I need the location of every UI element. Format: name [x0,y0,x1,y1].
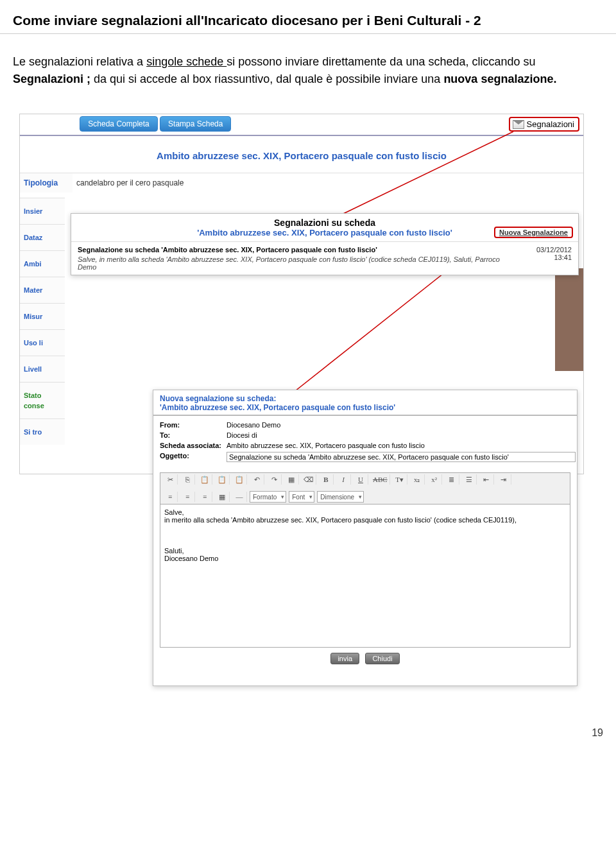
unordered-list-icon[interactable]: ☰ [462,474,477,485]
outdent-icon[interactable]: ⇤ [479,474,494,485]
field-tipologia: Tipologia candelabro per il cero pasqual… [20,173,583,193]
hr-icon[interactable]: — [232,492,247,502]
popup2-header: Nuova segnalazione su scheda: 'Ambito ab… [153,390,577,416]
from-value: Diocesano Demo [227,421,570,429]
cut-icon[interactable]: ✂ [163,474,178,485]
scheda-title: Ambito abruzzese sec. XIX, Portacero pas… [20,136,583,173]
thumbnail-image [555,268,583,371]
text: si possono inviare direttamente da una s… [227,55,535,68]
align-left-icon[interactable]: ≡ [163,492,178,502]
side-label: Mater [20,277,65,303]
popup2-fields: From:Diocesano Demo To:Diocesi di Scheda… [153,416,577,470]
align-justify-icon[interactable]: ▦ [215,492,230,502]
nuova-segnalazione-popup: Nuova segnalazione su scheda: 'Ambito ab… [153,390,578,686]
oggetto-label: Oggetto: [160,452,227,462]
nuova-segnalazione-button[interactable]: Nuova Segnalazione [494,227,573,238]
popup2-header-line1: Nuova segnalazione su scheda: [160,394,570,403]
page-number: 19 [592,727,603,739]
stampa-scheda-button[interactable]: Stampa Scheda [160,116,231,132]
undo-icon[interactable]: ↶ [250,474,264,485]
ordered-list-icon[interactable]: ≣ [445,474,459,485]
text: da qui si accede al box riassuntivo, dal… [94,73,443,85]
side-label: Insier [20,198,65,224]
popup2-footer: invia Chiudi [153,648,577,669]
text-bold: Segnalazioni ; [13,73,94,85]
message-body-input[interactable]: Salve, in merito alla scheda 'Ambito abr… [160,504,570,648]
segnalazioni-button[interactable]: Segnalazioni [509,117,579,132]
copy-icon[interactable]: ⎘ [180,474,195,485]
to-value: Diocesi di [227,431,570,439]
side-labels: Insier Dataz Ambi Mater Misur Uso li Liv… [20,198,65,445]
segnalazioni-label: Segnalazioni [527,119,574,129]
side-label: Uso li [20,329,65,356]
from-label: From: [160,421,227,429]
dimensione-select[interactable]: Dimensione [317,491,364,503]
mail-icon [513,120,524,129]
italic-icon[interactable]: I [336,474,351,485]
font-select[interactable]: Font [289,491,314,503]
popup-subtitle-text: 'Ambito abruzzese sec. XIX, Portacero pa… [197,228,452,237]
superscript-icon[interactable]: x² [427,474,442,485]
scheda-associata-value: Ambito abruzzese sec. XIX, Portacero pas… [227,442,570,449]
textcolor-icon[interactable]: T▾ [393,474,407,485]
time: 13:41 [520,254,572,261]
page-title: Come inviare segnalazioni all'Incaricato… [0,0,616,34]
chiudi-button[interactable]: Chiudi [365,653,399,664]
screenshot-composite: Scheda Completa Stampa Scheda Segnalazio… [19,114,584,691]
scheda-toolbar: Scheda Completa Stampa Scheda Segnalazio… [20,114,583,136]
side-label: Livell [20,356,65,382]
paste-text-icon[interactable]: 📋 [215,474,230,485]
text-bold: nuova segnalazione. [443,73,556,85]
align-center-icon[interactable]: ≡ [180,492,195,502]
side-label: conse [20,402,65,418]
oggetto-input[interactable] [227,452,576,462]
subscript-icon[interactable]: x₂ [410,474,425,485]
popup-subtitle: 'Ambito abruzzese sec. XIX, Portacero pa… [71,228,578,241]
side-label: Ambi [20,250,65,277]
side-label: Si tro [20,418,65,445]
segnalazione-subject: Segnalazione su scheda 'Ambito abruzzese… [78,246,513,271]
paste-icon[interactable]: 📋 [198,474,212,485]
scheda-completa-button[interactable]: Scheda Completa [80,116,157,132]
subject-bold: Segnalazione su scheda 'Ambito abruzzese… [78,246,513,254]
subject-preview: Salve, in merito alla scheda 'Ambito abr… [78,255,500,271]
field-label: Tipologia [20,173,73,193]
underline-icon[interactable]: U [354,474,368,485]
eraser-icon[interactable]: ⌫ [302,474,316,485]
side-label: Misur [20,303,65,329]
segnalazione-datetime: 03/12/2012 13:41 [520,246,572,261]
body-paragraph: Le segnalazioni relativa a singole sched… [0,53,616,114]
bold-icon[interactable]: B [319,474,334,485]
side-label: Dataz [20,224,65,250]
paste-word-icon[interactable]: 📋 [232,474,247,485]
to-label: To: [160,431,227,439]
strike-icon[interactable]: ABC [371,474,390,485]
text-underline: singole schede [146,55,227,68]
format-select[interactable]: Formato [250,491,286,503]
popup-title: Segnalazioni su scheda [71,214,578,228]
redo-icon[interactable]: ↷ [267,474,282,485]
scheda-associata-label: Scheda associata: [160,442,227,449]
segnalazioni-popup: Segnalazioni su scheda 'Ambito abruzzese… [71,213,579,275]
popup2-header-line2: 'Ambito abruzzese sec. XIX, Portacero pa… [160,403,570,412]
align-right-icon[interactable]: ≡ [198,492,212,502]
date: 03/12/2012 [520,246,572,254]
segnalazione-row[interactable]: Segnalazione su scheda 'Ambito abruzzese… [71,241,578,275]
text: Le segnalazioni relativa a [13,55,146,68]
invia-button[interactable]: invia [330,653,359,664]
indent-icon[interactable]: ⇥ [497,474,511,485]
rte-toolbar: ✂ ⎘ 📋 📋 📋 ↶ ↷ ▦ ⌫ B I U ABC T▾ x₂ x² ≣ ☰… [160,472,570,504]
table-icon[interactable]: ▦ [284,474,299,485]
field-value: candelabro per il cero pasquale [73,173,583,193]
